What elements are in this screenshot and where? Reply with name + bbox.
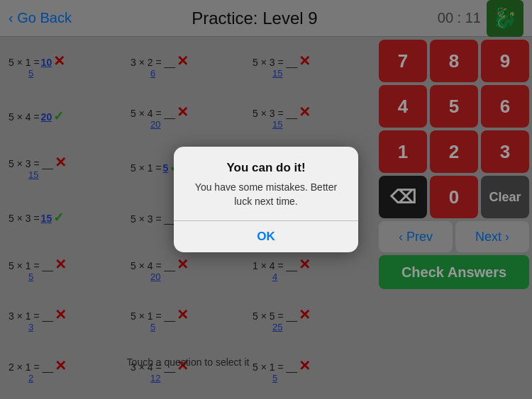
modal-overlay: You can do it! You have some mistakes. B… xyxy=(0,0,532,399)
modal-ok-button[interactable]: OK xyxy=(174,221,358,252)
modal-title: You can do it! xyxy=(185,161,347,175)
modal-body: You have some mistakes. Better luck next… xyxy=(185,181,347,208)
modal-dialog: You can do it! You have some mistakes. B… xyxy=(174,147,358,252)
